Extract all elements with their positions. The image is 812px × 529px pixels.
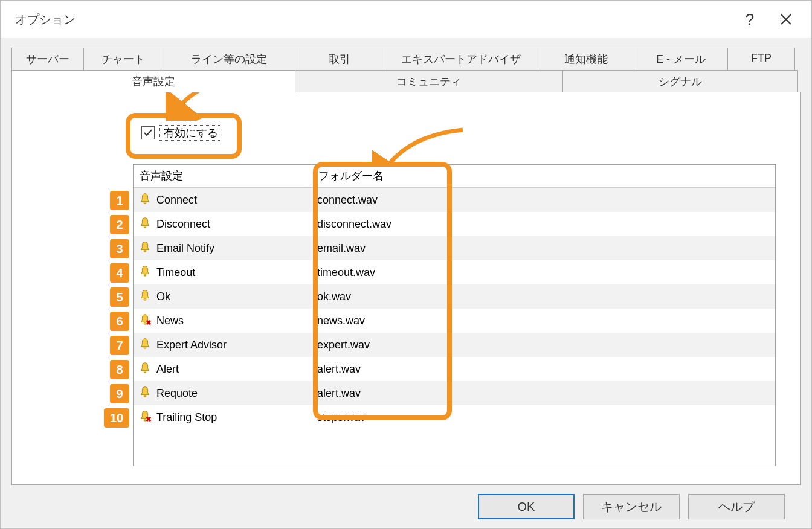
tab-label: 通知機能 (564, 53, 608, 65)
svg-point-8 (144, 394, 146, 397)
table-body: Connectconnect.wavDisconnectdisconnect.w… (134, 188, 775, 429)
bell-icon (138, 361, 152, 377)
cell-event: News (134, 313, 312, 329)
cell-event: Ok (134, 289, 312, 305)
annotation-number-badge: 3 (110, 239, 129, 258)
tab-label: チャート (102, 53, 145, 65)
cell-event: Alert (134, 361, 312, 377)
table-row[interactable]: Requotealert.wav (134, 381, 775, 405)
tab-label: 取引 (329, 53, 350, 65)
tab-community[interactable]: コミュニティ (295, 70, 563, 92)
help-icon[interactable]: ? (732, 7, 768, 31)
cell-event: Requote (134, 385, 312, 402)
ok-button[interactable]: OK (478, 494, 575, 519)
bell-icon (138, 385, 152, 402)
cell-event: Disconnect (134, 216, 312, 232)
bell-icon (138, 192, 152, 208)
event-name: Connect (156, 194, 197, 207)
annotation-number-badge: 1 (110, 191, 129, 210)
annotation-highlight-files (313, 162, 452, 420)
cell-event: Expert Advisor (134, 337, 312, 353)
window-title: オプション (15, 11, 732, 28)
tab-label: 音声設定 (132, 75, 175, 88)
event-name: Expert Advisor (156, 339, 227, 351)
annotation-number-badge: 4 (110, 263, 129, 283)
annotation-number-badge: 2 (110, 215, 129, 234)
event-name: Requote (156, 387, 198, 400)
table-row[interactable]: Connectconnect.wav (134, 188, 775, 212)
svg-point-7 (144, 370, 146, 373)
svg-point-2 (144, 249, 146, 252)
help-button[interactable]: ヘルプ (688, 494, 785, 519)
annotation-number-badge: 7 (110, 336, 129, 355)
tab-row-1: サーバー チャート ライン等の設定 取引 エキスパートアドバイザ 通知機能 E … (11, 48, 801, 70)
tab-expert-advisor[interactable]: エキスパートアドバイザ (384, 48, 538, 70)
button-label: ヘルプ (718, 499, 755, 515)
event-name: News (156, 315, 184, 327)
annotation-number-badge: 8 (110, 360, 129, 379)
tab-label: サーバー (26, 53, 69, 65)
tab-sound-settings[interactable]: 音声設定 (11, 70, 295, 92)
svg-point-4 (144, 298, 146, 300)
close-icon[interactable] (768, 7, 804, 31)
bell-icon (138, 216, 152, 232)
options-dialog: オプション ? サーバー チャート ライン等の設定 取引 エキスパートアドバイザ… (0, 0, 812, 529)
tab-label: FTP (751, 52, 772, 64)
table-row[interactable]: Timeouttimeout.wav (134, 260, 775, 284)
cancel-button[interactable]: キャンセル (583, 494, 680, 519)
tab-label: コミュニティ (396, 75, 462, 88)
cell-event: Timeout (134, 264, 312, 281)
svg-point-0 (144, 201, 146, 204)
tab-row-2: 音声設定 コミュニティ シグナル (11, 70, 801, 92)
cell-event: Email Notify (134, 240, 312, 257)
table-row[interactable]: Okok.wav (134, 284, 775, 309)
event-name: Email Notify (156, 242, 214, 255)
event-name: Alert (156, 363, 179, 376)
tab-panel-sound: 有効にする (11, 92, 801, 485)
event-name: Disconnect (156, 218, 210, 231)
bell-muted-icon (138, 409, 152, 426)
header-event[interactable]: 音声設定 (134, 165, 312, 187)
table-header: 音声設定 フォルダー名 (134, 165, 775, 188)
button-label: OK (518, 500, 535, 514)
table-row[interactable]: Newsnews.wav (134, 309, 775, 333)
bell-icon (138, 264, 152, 281)
table-row[interactable]: Trailing Stopstops.wav (134, 405, 775, 429)
svg-point-1 (144, 225, 146, 228)
titlebar: オプション ? (1, 1, 811, 38)
tab-email[interactable]: E - メール (634, 48, 728, 70)
event-name: Trailing Stop (156, 411, 217, 424)
tab-trade[interactable]: 取引 (295, 48, 384, 70)
tab-server[interactable]: サーバー (11, 48, 84, 70)
annotation-number-badge: 5 (110, 287, 129, 307)
tab-notification[interactable]: 通知機能 (538, 48, 634, 70)
tab-chart[interactable]: チャート (83, 48, 163, 70)
table-row[interactable]: Expert Advisorexpert.wav (134, 333, 775, 357)
bell-icon (138, 337, 152, 353)
annotation-highlight-enable (126, 113, 242, 159)
content-area: サーバー チャート ライン等の設定 取引 エキスパートアドバイザ 通知機能 E … (1, 38, 811, 528)
svg-point-6 (144, 346, 146, 348)
tab-ftp[interactable]: FTP (727, 48, 795, 70)
annotation-number-badge: 10 (104, 408, 129, 428)
annotation-number-badge: 6 (110, 312, 129, 331)
tab-label: ライン等の設定 (191, 53, 267, 65)
annotation-number-badge: 9 (110, 384, 129, 403)
bell-muted-icon (138, 313, 152, 329)
table-row[interactable]: Alertalert.wav (134, 357, 775, 381)
svg-point-9 (144, 418, 146, 421)
svg-point-5 (144, 322, 146, 324)
table-row[interactable]: Email Notifyemail.wav (134, 236, 775, 260)
event-name: Timeout (156, 266, 195, 279)
tab-label: E - メール (656, 53, 706, 65)
svg-point-3 (144, 274, 146, 276)
button-bar: OK キャンセル ヘルプ (11, 485, 801, 528)
sound-table: 音声設定 フォルダー名 Connectconnect.wavDisconnect… (133, 164, 776, 466)
bell-icon (138, 240, 152, 257)
table-row[interactable]: Disconnectdisconnect.wav (134, 212, 775, 236)
tab-label: シグナル (659, 75, 702, 88)
tab-signal[interactable]: シグナル (562, 70, 798, 92)
button-label: キャンセル (601, 499, 662, 515)
tab-label: エキスパートアドバイザ (401, 53, 521, 65)
tab-line-settings[interactable]: ライン等の設定 (163, 48, 295, 70)
